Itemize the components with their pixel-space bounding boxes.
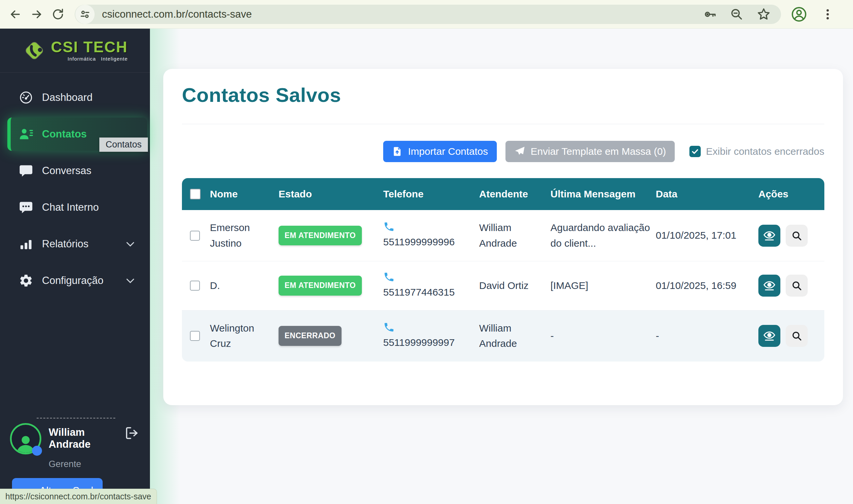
col-header-nome: Nome bbox=[210, 178, 279, 210]
phone-icon bbox=[383, 271, 395, 283]
zoom-out-icon[interactable] bbox=[730, 7, 744, 21]
main-area: Contatos Salvos Importar Contatos Enviar… bbox=[150, 29, 853, 504]
status-badge: ENCERRADO bbox=[279, 326, 342, 346]
kebab-menu-icon[interactable] bbox=[821, 8, 834, 21]
contacts-card: Contatos Salvos Importar Contatos Enviar… bbox=[163, 69, 843, 405]
contact-agent: William Andrade bbox=[479, 210, 551, 261]
phone-icon bbox=[383, 322, 395, 333]
row-checkbox[interactable] bbox=[190, 231, 200, 241]
sidebar-item-chat-interno[interactable]: Chat Interno bbox=[7, 196, 147, 218]
address-bar[interactable]: csiconnect.com.br/contacts-save bbox=[75, 5, 781, 24]
bulk-template-label: Enviar Template em Massa (0) bbox=[531, 146, 666, 157]
csi-logo-icon bbox=[22, 39, 46, 62]
contact-agent: William Andrade bbox=[479, 310, 551, 361]
contact-phone: 5511999999997 bbox=[383, 335, 476, 350]
sidebar-item-relatorios[interactable]: Relatórios bbox=[7, 233, 147, 255]
logout-icon bbox=[124, 425, 140, 441]
search-contact-button[interactable] bbox=[786, 225, 808, 247]
bulk-template-button[interactable]: Enviar Template em Massa (0) bbox=[505, 141, 675, 162]
browser-toolbar: csiconnect.com.br/contacts-save bbox=[0, 0, 853, 29]
reload-button[interactable] bbox=[47, 4, 69, 25]
col-header-atendente: Atendente bbox=[479, 178, 551, 210]
sidebar-item-label: Relatórios bbox=[42, 238, 89, 250]
forward-button[interactable] bbox=[26, 4, 47, 25]
file-import-icon bbox=[392, 146, 402, 157]
sidebar-item-label: Configuração bbox=[42, 275, 103, 287]
select-all-checkbox[interactable] bbox=[190, 189, 201, 199]
contact-phone: 5511999999996 bbox=[383, 234, 476, 250]
url-text[interactable]: csiconnect.com.br/contacts-save bbox=[102, 8, 703, 20]
col-header-estado: Estado bbox=[279, 178, 383, 210]
last-message: Aguardando avaliação do client... bbox=[551, 210, 656, 261]
message-date: 01/10/2025, 16:59 bbox=[656, 261, 759, 311]
table-row: Emerson Justino EM ATENDIMENTO 551199999… bbox=[182, 210, 824, 261]
view-contact-button[interactable] bbox=[759, 325, 780, 347]
link-status-bar: https://csiconnect.com.br/contacts-save bbox=[0, 489, 157, 504]
search-contact-button[interactable] bbox=[786, 275, 808, 296]
search-contact-button[interactable] bbox=[786, 325, 808, 347]
magnifier-icon bbox=[791, 280, 802, 291]
bookmark-star-icon[interactable] bbox=[756, 7, 771, 22]
sidebar-item-label: Contatos bbox=[42, 128, 87, 140]
contact-agent: David Ortiz bbox=[479, 261, 551, 311]
chat-bubble-icon bbox=[19, 163, 33, 178]
check-icon bbox=[691, 147, 699, 156]
logo: CSI TECH Informática Inteligente bbox=[0, 29, 150, 73]
eye-icon bbox=[763, 330, 776, 342]
sidebar-item-label: Dashboard bbox=[42, 92, 93, 104]
avatar bbox=[10, 423, 41, 454]
contact-name: Emerson Justino bbox=[210, 210, 279, 261]
user-name: William Andrade bbox=[49, 427, 124, 450]
back-button[interactable] bbox=[5, 4, 26, 25]
view-contact-button[interactable] bbox=[759, 225, 780, 247]
sidebar-item-dashboard[interactable]: Dashboard bbox=[7, 87, 147, 109]
show-closed-checkbox[interactable] bbox=[690, 146, 701, 157]
col-header-telefone: Telefone bbox=[383, 178, 479, 210]
chat-dots-icon bbox=[19, 200, 33, 215]
contact-phone: 5511977446315 bbox=[383, 285, 476, 300]
sidebar-item-conversas[interactable]: Conversas bbox=[7, 160, 147, 182]
view-contact-button[interactable] bbox=[759, 275, 780, 296]
table-row: D. EM ATENDIMENTO 5511977446315 David Or… bbox=[182, 261, 824, 311]
bar-chart-icon bbox=[19, 237, 33, 251]
page-title: Contatos Salvos bbox=[182, 84, 824, 107]
forward-arrow-icon bbox=[30, 8, 43, 21]
contact-name: D. bbox=[210, 261, 279, 311]
profile-icon[interactable] bbox=[790, 6, 808, 23]
message-date: 01/10/2025, 17:01 bbox=[656, 210, 759, 261]
contatos-tooltip: Contatos bbox=[99, 138, 148, 152]
import-contacts-button[interactable]: Importar Contatos bbox=[383, 141, 497, 162]
back-arrow-icon bbox=[8, 8, 22, 21]
contacts-table: Nome Estado Telefone Atendente Última Me… bbox=[182, 178, 824, 361]
site-settings-icon bbox=[79, 8, 91, 20]
logout-button[interactable] bbox=[124, 423, 140, 443]
contacts-icon bbox=[19, 126, 33, 142]
title-divider bbox=[182, 124, 824, 124]
logo-subtitle: Informática Inteligente bbox=[68, 56, 128, 61]
row-checkbox[interactable] bbox=[190, 281, 200, 291]
password-key-icon[interactable] bbox=[703, 7, 717, 21]
last-message: [IMAGE] bbox=[551, 261, 656, 311]
sidebar-item-configuracao[interactable]: Configuração bbox=[7, 270, 147, 292]
online-status-dot bbox=[32, 446, 42, 456]
show-closed-toggle[interactable]: Exibir contatos encerrados bbox=[690, 146, 824, 157]
sidebar-item-label: Chat Interno bbox=[42, 201, 99, 213]
magnifier-icon bbox=[791, 230, 802, 241]
message-date: - bbox=[656, 310, 759, 361]
col-header-ultima-mensagem: Última Mensagem bbox=[551, 178, 656, 210]
status-url: https://csiconnect.com.br/contacts-save bbox=[5, 492, 151, 501]
table-row: Welington Cruz ENCERRADO 5511999999997 W… bbox=[182, 310, 824, 361]
status-badge: EM ATENDIMENTO bbox=[279, 276, 362, 295]
row-checkbox[interactable] bbox=[190, 331, 200, 341]
site-settings-button[interactable] bbox=[75, 5, 94, 24]
logo-title: CSI TECH bbox=[51, 39, 128, 55]
contact-name: Welington Cruz bbox=[210, 310, 279, 361]
gear-icon bbox=[19, 273, 33, 288]
import-contacts-label: Importar Contatos bbox=[408, 146, 488, 157]
chevron-down-icon bbox=[125, 275, 136, 286]
phone-icon bbox=[383, 221, 395, 232]
show-closed-label: Exibir contatos encerrados bbox=[706, 146, 824, 157]
sidebar-nav: Dashboard Contatos Conversas Chat Intern… bbox=[0, 87, 150, 306]
last-message: - bbox=[551, 310, 656, 361]
user-role: Gerente bbox=[49, 459, 124, 469]
